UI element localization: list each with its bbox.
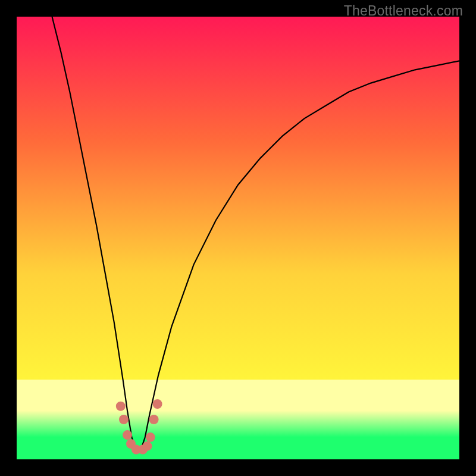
bottleneck-curve xyxy=(52,17,460,450)
marker-cluster xyxy=(116,399,162,455)
marker-dot xyxy=(119,415,129,424)
marker-dot xyxy=(123,430,132,440)
marker-dot xyxy=(116,402,126,411)
chart-svg xyxy=(17,17,459,459)
plot-area xyxy=(17,17,459,459)
marker-dot xyxy=(149,415,159,424)
marker-dot xyxy=(153,399,162,409)
marker-dot xyxy=(146,433,155,442)
marker-dot xyxy=(143,441,152,451)
watermark-text: TheBottleneck.com xyxy=(344,3,463,19)
